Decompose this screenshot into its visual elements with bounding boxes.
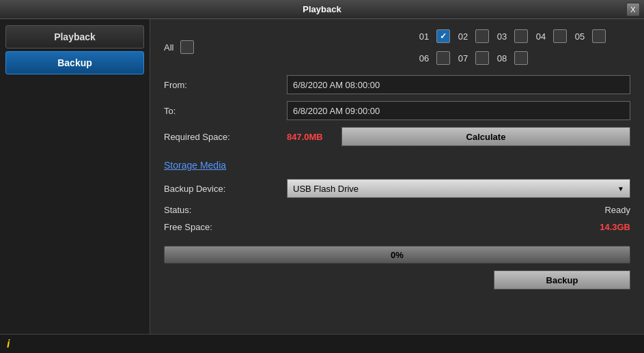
required-space-row: Required Space: 847.0MB Calculate: [164, 127, 630, 146]
channel-06-checkbox[interactable]: [436, 51, 450, 65]
free-space-label: Free Space:: [164, 222, 287, 232]
from-row: From:: [164, 75, 630, 94]
channel-row: All 01 02 03 04: [164, 29, 630, 65]
all-channel-group: All: [164, 40, 194, 54]
status-label: Status:: [164, 205, 287, 215]
channel-05-group: 05: [575, 29, 606, 43]
channel-02-group: 02: [458, 29, 489, 43]
channel-03-checkbox[interactable]: [514, 29, 528, 43]
channel-04-group: 04: [536, 29, 567, 43]
channel-06-label: 06: [419, 53, 433, 63]
free-space-value: 14.3GB: [287, 222, 630, 232]
window-title: Playback: [303, 4, 341, 14]
channel-04-label: 04: [536, 31, 550, 42]
from-input[interactable]: [287, 75, 630, 94]
channel-07-group: 07: [458, 51, 489, 65]
channel-01-label: 01: [419, 31, 433, 42]
required-space-label: Required Space:: [164, 132, 287, 142]
from-label: From:: [164, 80, 287, 90]
free-space-row: Free Space: 14.3GB: [164, 222, 630, 232]
close-button[interactable]: X: [626, 3, 640, 16]
sidebar: Playback Backup: [0, 19, 150, 334]
channel-05-checkbox[interactable]: [592, 29, 606, 43]
all-checkbox[interactable]: [180, 40, 194, 54]
progress-bar: 0%: [164, 246, 630, 264]
storage-media-link[interactable]: Storage Media: [164, 160, 630, 171]
all-label: All: [164, 42, 173, 53]
status-value: Ready: [287, 205, 630, 215]
backup-button-row: Backup: [164, 270, 630, 290]
required-space-value: 847.0MB: [287, 132, 335, 142]
progress-label: 0%: [391, 250, 404, 260]
channel-01-checkbox[interactable]: [436, 29, 450, 43]
sidebar-item-playback[interactable]: Playback: [5, 25, 144, 48]
calculate-button[interactable]: Calculate: [341, 127, 630, 146]
channel-03-group: 03: [497, 29, 528, 43]
channel-07-checkbox[interactable]: [475, 51, 489, 65]
channel-05-label: 05: [575, 31, 589, 42]
title-bar: Playback X: [0, 0, 644, 19]
main-layout: Playback Backup All 01 02: [0, 19, 644, 334]
channel-02-label: 02: [458, 31, 472, 42]
channel-07-label: 07: [458, 53, 472, 63]
backup-device-select[interactable]: USB Flash Drive ▼: [287, 179, 630, 198]
backup-button[interactable]: Backup: [494, 270, 630, 290]
content-area: All 01 02 03 04: [150, 19, 644, 334]
backup-device-value: USB Flash Drive: [293, 184, 359, 194]
to-input[interactable]: [287, 101, 630, 120]
channel-08-checkbox[interactable]: [514, 51, 528, 65]
channel-04-checkbox[interactable]: [553, 29, 567, 43]
backup-device-row: Backup Device: USB Flash Drive ▼: [164, 179, 630, 198]
channel-08-group: 08: [497, 51, 528, 65]
to-label: To:: [164, 106, 287, 116]
channel-02-checkbox[interactable]: [475, 29, 489, 43]
channel-08-label: 08: [497, 53, 511, 63]
progress-container: 0%: [164, 246, 630, 264]
to-row: To:: [164, 101, 630, 120]
chevron-down-icon: ▼: [617, 185, 624, 193]
sidebar-item-backup[interactable]: Backup: [5, 51, 144, 74]
close-icon: X: [630, 5, 635, 14]
channel-06-group: 06: [419, 51, 450, 65]
channel-01-group: 01: [419, 29, 450, 43]
status-row: Status: Ready: [164, 205, 630, 215]
channels-wrapper: 01 02 03 04 05: [419, 29, 630, 65]
backup-device-label: Backup Device:: [164, 184, 287, 194]
status-bar: i: [0, 334, 644, 353]
info-icon: i: [7, 338, 10, 350]
channel-03-label: 03: [497, 31, 511, 42]
